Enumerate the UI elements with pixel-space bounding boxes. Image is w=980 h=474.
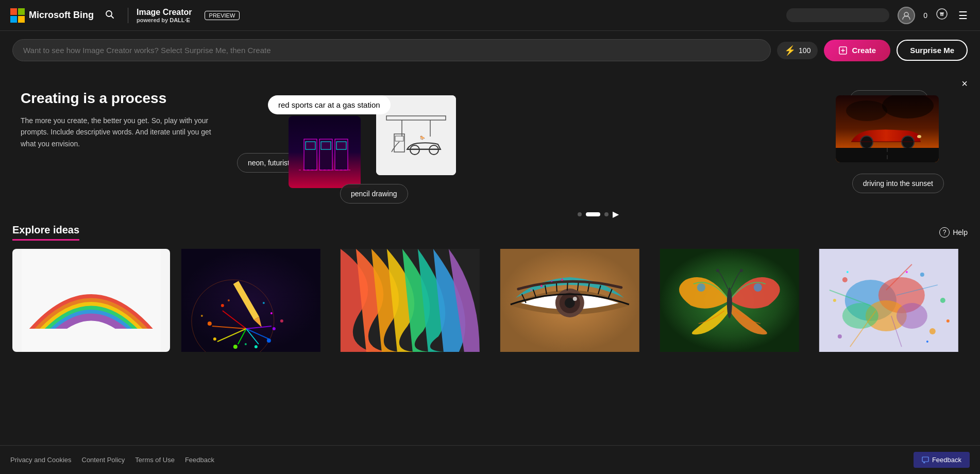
pagination-next[interactable]: ▶ <box>613 209 619 219</box>
svg-point-83 <box>739 269 742 272</box>
surprise-label: Surprise Me <box>910 46 954 55</box>
privacy-link[interactable]: Privacy and Cookies <box>10 456 72 464</box>
reward-icon <box>936 8 948 23</box>
pencil-prompt-text: pencil drawing <box>351 190 397 198</box>
coins-count: 0 <box>923 11 927 20</box>
svg-rect-34 <box>22 329 161 352</box>
feedback-button[interactable]: Feedback <box>914 452 970 468</box>
svg-rect-105 <box>922 457 928 462</box>
explore-title: Explore ideas <box>12 224 79 241</box>
neon-gas-svg <box>299 129 350 175</box>
header-left: Microsoft Bing Image Creator powered by … <box>10 7 240 24</box>
tutorial-heading: Creating is a process <box>21 90 216 107</box>
svg-point-95 <box>833 299 836 302</box>
svg-point-90 <box>842 277 848 282</box>
svg-point-77 <box>530 290 532 291</box>
svg-point-52 <box>272 327 275 330</box>
explore-image-grid <box>12 249 968 352</box>
svg-point-103 <box>947 319 950 323</box>
svg-point-53 <box>270 312 272 314</box>
explore-header: Explore ideas ? Help <box>12 224 968 241</box>
svg-point-56 <box>280 319 283 323</box>
trophy-icon <box>936 8 948 20</box>
grid-item-eye[interactable] <box>491 249 649 352</box>
svg-point-55 <box>262 302 264 304</box>
main-prompt-bubble: red sports car at a gas station <box>268 95 391 114</box>
pencil-svg <box>172 249 330 352</box>
svg-point-29 <box>902 136 914 148</box>
svg-point-93 <box>838 334 842 338</box>
header-right: 0 ☰ <box>786 7 970 24</box>
search-button[interactable] <box>102 7 117 24</box>
svg-point-64 <box>573 297 577 301</box>
svg-point-26 <box>846 100 887 121</box>
help-label: Help <box>953 228 968 236</box>
dark-car-svg <box>836 95 939 162</box>
search-icon <box>105 10 114 19</box>
svg-point-92 <box>930 328 936 334</box>
grid-item-ribbons[interactable] <box>331 249 489 352</box>
avatar[interactable] <box>898 7 915 24</box>
butterfly-svg <box>651 249 808 352</box>
svg-point-79 <box>697 283 705 292</box>
image-creator-title-block: Image Creator powered by DALL·E <box>128 8 192 23</box>
boost-badge: ⚡ 100 <box>777 42 818 59</box>
feedback-btn-label: Feedback <box>932 456 961 464</box>
menu-button[interactable]: ☰ <box>956 7 970 24</box>
boost-icon: ⚡ <box>784 45 796 56</box>
svg-rect-14 <box>336 142 346 149</box>
grid-item-rainbow[interactable] <box>12 249 170 352</box>
tutorial-text: Creating is a process The more you creat… <box>21 80 216 214</box>
neon-gas-image[interactable] <box>289 116 361 188</box>
dark-car-image[interactable] <box>836 95 939 162</box>
user-icon <box>902 11 911 20</box>
create-button[interactable]: Create <box>824 40 890 61</box>
svg-rect-1 <box>18 8 25 15</box>
svg-point-76 <box>561 279 563 281</box>
close-tutorial-button[interactable]: × <box>961 78 968 90</box>
svg-point-94 <box>940 298 945 303</box>
grid-item-splash[interactable] <box>810 249 968 352</box>
svg-point-88 <box>842 303 878 329</box>
bing-logo-text: Microsoft Bing <box>29 10 94 21</box>
bing-logo[interactable]: Microsoft Bing <box>10 8 94 23</box>
svg-rect-35 <box>181 249 320 352</box>
coins-display: 0 <box>923 11 927 20</box>
explore-section: Explore ideas ? Help <box>0 224 980 362</box>
terms-link[interactable]: Terms of Use <box>135 456 175 464</box>
pagination-dot-2[interactable] <box>586 212 600 216</box>
pagination-dot-3[interactable] <box>604 212 609 216</box>
main-search-input[interactable] <box>12 39 771 61</box>
svg-point-50 <box>254 345 257 348</box>
footer: Privacy and Cookies Content Policy Terms… <box>0 445 980 474</box>
svg-point-54 <box>227 299 229 301</box>
header-search-input[interactable] <box>786 8 889 22</box>
search-area: ⚡ 100 Create Surprise Me <box>0 31 980 70</box>
svg-rect-0 <box>10 8 17 15</box>
grid-item-pencil[interactable] <box>172 249 330 352</box>
content-policy-link[interactable]: Content Policy <box>82 456 125 464</box>
main-prompt-text: red sports car at a gas station <box>278 100 380 109</box>
svg-point-51 <box>266 338 271 343</box>
svg-rect-2 <box>10 16 17 23</box>
surprise-me-button[interactable]: Surprise Me <box>897 40 968 61</box>
svg-rect-3 <box>18 16 25 23</box>
ribbons-svg <box>331 249 489 352</box>
svg-point-75 <box>551 281 552 282</box>
windows-icon <box>10 8 25 23</box>
tutorial-section: Creating is a process The more you creat… <box>0 70 980 224</box>
image-creator-title: Image Creator <box>137 8 192 17</box>
feedback-link[interactable]: Feedback <box>185 456 214 464</box>
pagination-dot-1[interactable] <box>578 212 582 216</box>
help-button[interactable]: ? Help <box>939 227 968 238</box>
tutorial-pagination: ▶ <box>578 209 619 229</box>
create-icon <box>838 46 848 55</box>
svg-point-49 <box>233 345 237 349</box>
svg-line-5 <box>111 16 114 19</box>
svg-rect-10 <box>306 142 315 149</box>
grid-item-butterfly[interactable] <box>651 249 808 352</box>
svg-point-57 <box>200 315 202 317</box>
rainbow-svg <box>12 249 170 352</box>
svg-line-68 <box>556 282 557 292</box>
prompt-visualization: red sports car at a gas station neon, fu… <box>237 80 959 214</box>
